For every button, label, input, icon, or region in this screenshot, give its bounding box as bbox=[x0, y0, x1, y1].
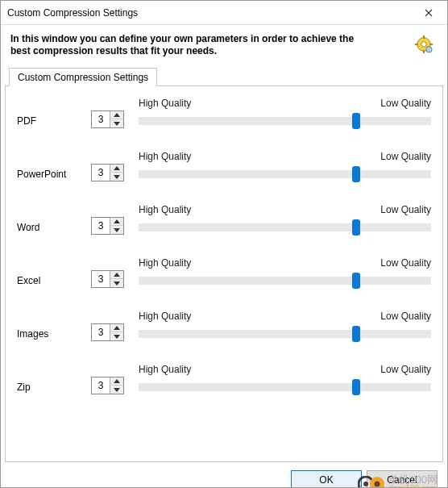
svg-point-1 bbox=[421, 41, 426, 46]
slider-low-label: Low Quality bbox=[380, 257, 431, 269]
spin-down-button[interactable] bbox=[110, 173, 123, 181]
value-input[interactable] bbox=[92, 111, 110, 127]
slider-low-label: Low Quality bbox=[380, 151, 431, 162]
compression-row: Zip High Quality Low Quality bbox=[17, 364, 431, 396]
slider-area: High Quality Low Quality bbox=[139, 257, 431, 290]
value-spinbox[interactable] bbox=[91, 217, 124, 235]
compression-row: Word High Quality Low Quality bbox=[17, 204, 431, 236]
row-label: Images bbox=[17, 328, 91, 343]
chevron-down-icon bbox=[114, 335, 120, 339]
row-label: Zip bbox=[17, 382, 91, 396]
slider-high-label: High Quality bbox=[139, 204, 191, 215]
svg-rect-5 bbox=[429, 44, 433, 45]
close-button[interactable] bbox=[410, 1, 447, 25]
value-spinbox[interactable] bbox=[91, 323, 124, 341]
quality-slider[interactable] bbox=[139, 223, 431, 231]
chevron-down-icon bbox=[114, 228, 120, 232]
settings-gear-icon bbox=[415, 35, 433, 56]
slider-area: High Quality Low Quality bbox=[139, 364, 431, 396]
intro-text: In this window you can define your own p… bbox=[10, 33, 365, 57]
spin-down-button[interactable] bbox=[110, 279, 123, 287]
header: In this window you can define your own p… bbox=[1, 25, 447, 67]
slider-area: High Quality Low Quality bbox=[139, 311, 431, 343]
row-label: Word bbox=[17, 222, 91, 236]
row-label: PowerPoint bbox=[17, 169, 91, 183]
slider-high-label: High Quality bbox=[139, 98, 191, 109]
svg-rect-2 bbox=[423, 35, 425, 39]
chevron-up-icon bbox=[114, 273, 120, 277]
slider-area: High Quality Low Quality bbox=[139, 98, 431, 130]
value-spinbox[interactable] bbox=[91, 270, 124, 288]
value-input[interactable] bbox=[92, 324, 110, 340]
chevron-up-icon bbox=[114, 379, 120, 383]
chevron-up-icon bbox=[114, 113, 120, 117]
svg-point-6 bbox=[426, 46, 432, 52]
chevron-down-icon bbox=[114, 122, 120, 126]
quality-slider[interactable] bbox=[139, 330, 431, 338]
svg-rect-4 bbox=[415, 44, 418, 45]
chevron-down-icon bbox=[114, 388, 120, 392]
titlebar: Custom Compression Settings bbox=[1, 1, 447, 25]
slider-high-label: High Quality bbox=[139, 151, 191, 162]
chevron-up-icon bbox=[114, 219, 120, 223]
spin-up-button[interactable] bbox=[110, 165, 123, 173]
value-spinbox[interactable] bbox=[91, 111, 124, 128]
quality-slider[interactable] bbox=[139, 383, 431, 391]
slider-area: High Quality Low Quality bbox=[139, 204, 431, 236]
compression-row: Images High Quality Low Quality bbox=[17, 311, 431, 343]
slider-low-label: Low Quality bbox=[380, 204, 431, 215]
ok-button[interactable]: OK bbox=[291, 470, 362, 488]
tab-custom-compression[interactable]: Custom Compression Settings bbox=[9, 68, 157, 86]
quality-slider[interactable] bbox=[139, 117, 431, 125]
value-input[interactable] bbox=[92, 377, 110, 394]
compression-row: PDF High Quality Low Quality bbox=[17, 98, 431, 130]
value-input[interactable] bbox=[92, 165, 110, 181]
slider-high-label: High Quality bbox=[139, 364, 191, 375]
window-title: Custom Compression Settings bbox=[7, 7, 138, 19]
spin-up-button[interactable] bbox=[110, 324, 123, 332]
cancel-button[interactable]: Cancel bbox=[367, 470, 438, 488]
settings-panel: PDF High Quality Low Quality PowerPoint bbox=[5, 86, 443, 462]
compression-row: Excel High Quality Low Quality bbox=[17, 257, 431, 290]
slider-area: High Quality Low Quality bbox=[139, 151, 431, 183]
slider-high-label: High Quality bbox=[139, 257, 191, 269]
quality-slider[interactable] bbox=[139, 170, 431, 178]
spin-up-button[interactable] bbox=[110, 271, 123, 279]
row-label: Excel bbox=[17, 275, 91, 290]
chevron-down-icon bbox=[114, 282, 120, 286]
value-spinbox[interactable] bbox=[91, 164, 124, 181]
chevron-up-icon bbox=[114, 166, 120, 170]
row-label: PDF bbox=[17, 115, 91, 130]
value-input[interactable] bbox=[92, 271, 110, 287]
compression-row: PowerPoint High Quality Low Quality bbox=[17, 151, 431, 183]
spin-up-button[interactable] bbox=[110, 377, 123, 386]
slider-low-label: Low Quality bbox=[380, 98, 431, 109]
value-input[interactable] bbox=[92, 218, 110, 234]
spin-up-button[interactable] bbox=[110, 111, 123, 119]
slider-high-label: High Quality bbox=[139, 311, 191, 322]
spin-down-button[interactable] bbox=[110, 332, 123, 340]
svg-rect-3 bbox=[423, 50, 425, 53]
slider-low-label: Low Quality bbox=[380, 311, 431, 322]
chevron-up-icon bbox=[114, 326, 120, 330]
slider-low-label: Low Quality bbox=[380, 364, 431, 375]
spin-down-button[interactable] bbox=[110, 226, 123, 234]
chevron-down-icon bbox=[114, 175, 120, 179]
close-icon bbox=[425, 9, 433, 17]
spin-down-button[interactable] bbox=[110, 119, 123, 127]
footer: OK Cancel 单机100网 danji100.com bbox=[1, 462, 447, 488]
tabstrip: Custom Compression Settings bbox=[1, 67, 447, 86]
spin-up-button[interactable] bbox=[110, 218, 123, 226]
value-spinbox[interactable] bbox=[91, 377, 124, 394]
spin-down-button[interactable] bbox=[110, 386, 123, 394]
quality-slider[interactable] bbox=[139, 277, 431, 285]
